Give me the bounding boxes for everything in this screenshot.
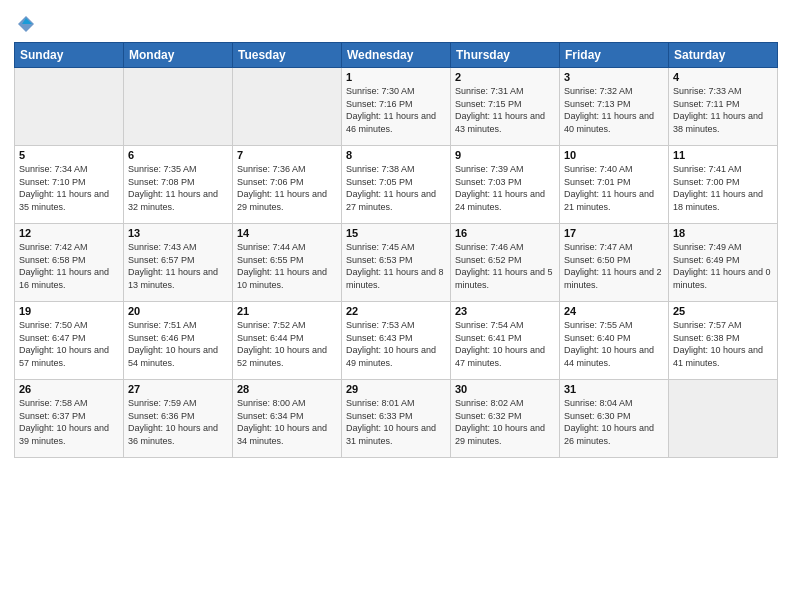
day-number: 9 — [455, 149, 555, 161]
calendar-week-4: 19 Sunrise: 7:50 AMSunset: 6:47 PMDaylig… — [15, 302, 778, 380]
calendar-cell: 28 Sunrise: 8:00 AMSunset: 6:34 PMDaylig… — [233, 380, 342, 458]
day-info: Sunrise: 7:35 AMSunset: 7:08 PMDaylight:… — [128, 163, 228, 213]
day-number: 8 — [346, 149, 446, 161]
day-info: Sunrise: 7:55 AMSunset: 6:40 PMDaylight:… — [564, 319, 664, 369]
calendar-cell: 12 Sunrise: 7:42 AMSunset: 6:58 PMDaylig… — [15, 224, 124, 302]
header-cell-monday: Monday — [124, 43, 233, 68]
calendar-cell: 3 Sunrise: 7:32 AMSunset: 7:13 PMDayligh… — [560, 68, 669, 146]
calendar-cell: 26 Sunrise: 7:58 AMSunset: 6:37 PMDaylig… — [15, 380, 124, 458]
day-info: Sunrise: 7:39 AMSunset: 7:03 PMDaylight:… — [455, 163, 555, 213]
calendar-cell: 11 Sunrise: 7:41 AMSunset: 7:00 PMDaylig… — [669, 146, 778, 224]
calendar-cell: 14 Sunrise: 7:44 AMSunset: 6:55 PMDaylig… — [233, 224, 342, 302]
day-info: Sunrise: 7:49 AMSunset: 6:49 PMDaylight:… — [673, 241, 773, 291]
logo-icon — [16, 14, 36, 34]
calendar-cell: 16 Sunrise: 7:46 AMSunset: 6:52 PMDaylig… — [451, 224, 560, 302]
day-info: Sunrise: 7:42 AMSunset: 6:58 PMDaylight:… — [19, 241, 119, 291]
day-info: Sunrise: 7:47 AMSunset: 6:50 PMDaylight:… — [564, 241, 664, 291]
calendar-cell: 8 Sunrise: 7:38 AMSunset: 7:05 PMDayligh… — [342, 146, 451, 224]
day-number: 4 — [673, 71, 773, 83]
day-info: Sunrise: 7:44 AMSunset: 6:55 PMDaylight:… — [237, 241, 337, 291]
day-number: 2 — [455, 71, 555, 83]
day-number: 18 — [673, 227, 773, 239]
calendar-cell: 4 Sunrise: 7:33 AMSunset: 7:11 PMDayligh… — [669, 68, 778, 146]
calendar-header: SundayMondayTuesdayWednesdayThursdayFrid… — [15, 43, 778, 68]
calendar-week-5: 26 Sunrise: 7:58 AMSunset: 6:37 PMDaylig… — [15, 380, 778, 458]
calendar-cell: 29 Sunrise: 8:01 AMSunset: 6:33 PMDaylig… — [342, 380, 451, 458]
calendar-week-1: 1 Sunrise: 7:30 AMSunset: 7:16 PMDayligh… — [15, 68, 778, 146]
day-info: Sunrise: 7:40 AMSunset: 7:01 PMDaylight:… — [564, 163, 664, 213]
day-number: 28 — [237, 383, 337, 395]
header-row: SundayMondayTuesdayWednesdayThursdayFrid… — [15, 43, 778, 68]
day-number: 11 — [673, 149, 773, 161]
day-info: Sunrise: 7:50 AMSunset: 6:47 PMDaylight:… — [19, 319, 119, 369]
day-info: Sunrise: 7:45 AMSunset: 6:53 PMDaylight:… — [346, 241, 446, 291]
day-number: 30 — [455, 383, 555, 395]
day-number: 27 — [128, 383, 228, 395]
day-info: Sunrise: 8:01 AMSunset: 6:33 PMDaylight:… — [346, 397, 446, 447]
calendar-cell — [15, 68, 124, 146]
day-number: 12 — [19, 227, 119, 239]
day-info: Sunrise: 8:02 AMSunset: 6:32 PMDaylight:… — [455, 397, 555, 447]
day-info: Sunrise: 7:58 AMSunset: 6:37 PMDaylight:… — [19, 397, 119, 447]
day-number: 20 — [128, 305, 228, 317]
day-info: Sunrise: 7:57 AMSunset: 6:38 PMDaylight:… — [673, 319, 773, 369]
day-number: 17 — [564, 227, 664, 239]
day-number: 1 — [346, 71, 446, 83]
day-info: Sunrise: 7:52 AMSunset: 6:44 PMDaylight:… — [237, 319, 337, 369]
day-info: Sunrise: 7:38 AMSunset: 7:05 PMDaylight:… — [346, 163, 446, 213]
day-number: 14 — [237, 227, 337, 239]
calendar-cell: 2 Sunrise: 7:31 AMSunset: 7:15 PMDayligh… — [451, 68, 560, 146]
header-cell-saturday: Saturday — [669, 43, 778, 68]
calendar-body: 1 Sunrise: 7:30 AMSunset: 7:16 PMDayligh… — [15, 68, 778, 458]
calendar-cell: 15 Sunrise: 7:45 AMSunset: 6:53 PMDaylig… — [342, 224, 451, 302]
calendar-week-3: 12 Sunrise: 7:42 AMSunset: 6:58 PMDaylig… — [15, 224, 778, 302]
day-info: Sunrise: 7:43 AMSunset: 6:57 PMDaylight:… — [128, 241, 228, 291]
calendar-cell: 19 Sunrise: 7:50 AMSunset: 6:47 PMDaylig… — [15, 302, 124, 380]
day-info: Sunrise: 8:04 AMSunset: 6:30 PMDaylight:… — [564, 397, 664, 447]
calendar-cell: 23 Sunrise: 7:54 AMSunset: 6:41 PMDaylig… — [451, 302, 560, 380]
calendar-table: SundayMondayTuesdayWednesdayThursdayFrid… — [14, 42, 778, 458]
day-info: Sunrise: 7:33 AMSunset: 7:11 PMDaylight:… — [673, 85, 773, 135]
calendar-cell: 13 Sunrise: 7:43 AMSunset: 6:57 PMDaylig… — [124, 224, 233, 302]
day-number: 10 — [564, 149, 664, 161]
calendar-cell: 25 Sunrise: 7:57 AMSunset: 6:38 PMDaylig… — [669, 302, 778, 380]
day-info: Sunrise: 7:59 AMSunset: 6:36 PMDaylight:… — [128, 397, 228, 447]
day-number: 19 — [19, 305, 119, 317]
day-number: 29 — [346, 383, 446, 395]
day-info: Sunrise: 7:54 AMSunset: 6:41 PMDaylight:… — [455, 319, 555, 369]
day-info: Sunrise: 7:30 AMSunset: 7:16 PMDaylight:… — [346, 85, 446, 135]
day-number: 25 — [673, 305, 773, 317]
day-info: Sunrise: 7:51 AMSunset: 6:46 PMDaylight:… — [128, 319, 228, 369]
calendar-cell: 7 Sunrise: 7:36 AMSunset: 7:06 PMDayligh… — [233, 146, 342, 224]
calendar-cell: 17 Sunrise: 7:47 AMSunset: 6:50 PMDaylig… — [560, 224, 669, 302]
calendar-cell: 9 Sunrise: 7:39 AMSunset: 7:03 PMDayligh… — [451, 146, 560, 224]
logo — [14, 14, 36, 34]
day-number: 13 — [128, 227, 228, 239]
calendar-cell — [233, 68, 342, 146]
day-info: Sunrise: 7:53 AMSunset: 6:43 PMDaylight:… — [346, 319, 446, 369]
day-number: 21 — [237, 305, 337, 317]
calendar-cell — [669, 380, 778, 458]
page-container: SundayMondayTuesdayWednesdayThursdayFrid… — [0, 0, 792, 466]
day-info: Sunrise: 8:00 AMSunset: 6:34 PMDaylight:… — [237, 397, 337, 447]
calendar-cell: 30 Sunrise: 8:02 AMSunset: 6:32 PMDaylig… — [451, 380, 560, 458]
day-number: 31 — [564, 383, 664, 395]
header-cell-friday: Friday — [560, 43, 669, 68]
calendar-cell: 18 Sunrise: 7:49 AMSunset: 6:49 PMDaylig… — [669, 224, 778, 302]
header-cell-tuesday: Tuesday — [233, 43, 342, 68]
calendar-cell: 27 Sunrise: 7:59 AMSunset: 6:36 PMDaylig… — [124, 380, 233, 458]
day-number: 3 — [564, 71, 664, 83]
day-number: 24 — [564, 305, 664, 317]
day-number: 5 — [19, 149, 119, 161]
calendar-cell: 24 Sunrise: 7:55 AMSunset: 6:40 PMDaylig… — [560, 302, 669, 380]
day-info: Sunrise: 7:46 AMSunset: 6:52 PMDaylight:… — [455, 241, 555, 291]
calendar-cell: 21 Sunrise: 7:52 AMSunset: 6:44 PMDaylig… — [233, 302, 342, 380]
day-number: 23 — [455, 305, 555, 317]
day-number: 22 — [346, 305, 446, 317]
calendar-cell: 31 Sunrise: 8:04 AMSunset: 6:30 PMDaylig… — [560, 380, 669, 458]
day-number: 26 — [19, 383, 119, 395]
header-cell-wednesday: Wednesday — [342, 43, 451, 68]
calendar-week-2: 5 Sunrise: 7:34 AMSunset: 7:10 PMDayligh… — [15, 146, 778, 224]
day-info: Sunrise: 7:41 AMSunset: 7:00 PMDaylight:… — [673, 163, 773, 213]
day-number: 6 — [128, 149, 228, 161]
